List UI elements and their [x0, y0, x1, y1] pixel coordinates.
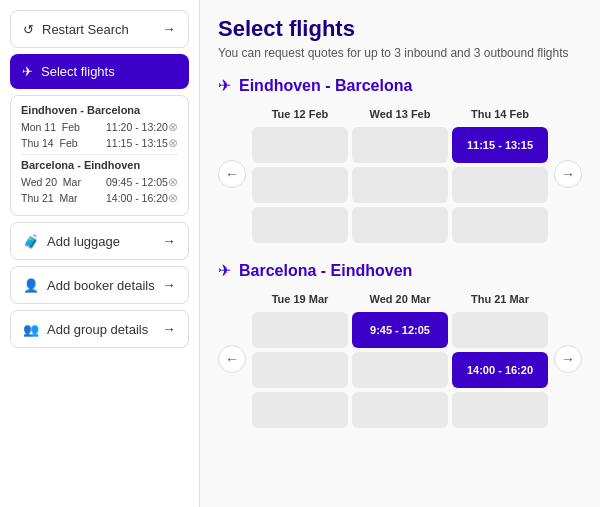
outbound-col-1-header: Tue 12 Feb [252, 105, 348, 123]
inbound-flight-row-1: Wed 20 Mar 09:45 - 12:05 ⊗ [21, 175, 178, 189]
outbound-calendar-wrapper: ← Tue 12 Feb Wed 13 Feb Thu 14 Feb 11:15… [218, 105, 582, 243]
inbound-slot-r3c3[interactable] [452, 392, 548, 428]
outbound-section-title: Eindhoven - Barcelona [239, 77, 412, 95]
outbound-slot-r3c3[interactable] [452, 207, 548, 243]
add-group-button[interactable]: 👥 Add group details → [10, 310, 189, 348]
inbound-slot-r2c2[interactable] [352, 352, 448, 388]
outbound-section: ✈ Eindhoven - Barcelona ← Tue 12 Feb Wed… [218, 76, 582, 243]
inbound-section: ✈ Barcelona - Eindhoven ← Tue 19 Mar Wed… [218, 261, 582, 428]
outbound-slot-r3c1[interactable] [252, 207, 348, 243]
add-booker-button[interactable]: 👤 Add booker details → [10, 266, 189, 304]
inbound-calendar-wrapper: ← Tue 19 Mar Wed 20 Mar Thu 21 Mar 9:45 … [218, 290, 582, 428]
outbound-col-3-header: Thu 14 Feb [452, 105, 548, 123]
group-icon: 👥 [23, 322, 39, 337]
page-subtitle: You can request quotes for up to 3 inbou… [218, 46, 582, 60]
select-flights-button[interactable]: ✈ Select flights [10, 54, 189, 89]
outbound-flight-1-date: Mon 11 Feb [21, 121, 106, 133]
outbound-flight-2-time: 11:15 - 13:15 [106, 137, 168, 149]
outbound-slot-r3c2[interactable] [352, 207, 448, 243]
sidebar: ↺ Restart Search → ✈ Select flights Eind… [0, 0, 200, 507]
remove-inbound-2-icon[interactable]: ⊗ [168, 191, 178, 205]
inbound-col-1-header: Tue 19 Mar [252, 290, 348, 308]
inbound-flight-1-time: 09:45 - 12:05 [106, 176, 168, 188]
inbound-flight-2-time: 14:00 - 16:20 [106, 192, 168, 204]
remove-inbound-1-icon[interactable]: ⊗ [168, 175, 178, 189]
add-luggage-label: Add luggage [47, 234, 120, 249]
inbound-slot-r1c1[interactable] [252, 312, 348, 348]
outbound-flight-1-time: 11:20 - 13:20 [106, 121, 168, 133]
inbound-flight-1-date: Wed 20 Mar [21, 176, 106, 188]
remove-outbound-1-icon[interactable]: ⊗ [168, 120, 178, 134]
outbound-flight-row-2: Thu 14 Feb 11:15 - 13:15 ⊗ [21, 136, 178, 150]
outbound-calendar-grid: Tue 12 Feb Wed 13 Feb Thu 14 Feb 11:15 -… [252, 105, 548, 243]
inbound-route-title: Barcelona - Eindhoven [21, 159, 178, 171]
inbound-col-3-header: Thu 21 Mar [452, 290, 548, 308]
booker-arrow-icon: → [162, 277, 176, 293]
main-content: Select flights You can request quotes fo… [200, 0, 600, 507]
add-luggage-button[interactable]: 🧳 Add luggage → [10, 222, 189, 260]
outbound-slot-r2c1[interactable] [252, 167, 348, 203]
flight-details-divider [21, 154, 178, 155]
add-group-label: Add group details [47, 322, 148, 337]
inbound-slot-r1c2[interactable]: 9:45 - 12:05 [352, 312, 448, 348]
inbound-calendar-grid: Tue 19 Mar Wed 20 Mar Thu 21 Mar 9:45 - … [252, 290, 548, 428]
outbound-prev-button[interactable]: ← [218, 160, 246, 188]
inbound-plane-icon: ✈ [218, 261, 231, 280]
plane-icon: ✈ [22, 64, 33, 79]
inbound-next-button[interactable]: → [554, 345, 582, 373]
restart-search-button[interactable]: ↺ Restart Search → [10, 10, 189, 48]
inbound-section-title: Barcelona - Eindhoven [239, 262, 412, 280]
inbound-slot-r1c3[interactable] [452, 312, 548, 348]
restart-icon: ↺ [23, 22, 34, 37]
restart-arrow-icon: → [162, 21, 176, 37]
inbound-slot-r2c1[interactable] [252, 352, 348, 388]
remove-outbound-2-icon[interactable]: ⊗ [168, 136, 178, 150]
inbound-prev-button[interactable]: ← [218, 345, 246, 373]
flight-details-panel: Eindhoven - Barcelona Mon 11 Feb 11:20 -… [10, 95, 189, 216]
outbound-slot-r1c2[interactable] [352, 127, 448, 163]
restart-label: Restart Search [42, 22, 129, 37]
luggage-icon: 🧳 [23, 234, 39, 249]
add-booker-label: Add booker details [47, 278, 155, 293]
outbound-route-title: Eindhoven - Barcelona [21, 104, 178, 116]
select-flights-label: Select flights [41, 64, 115, 79]
booker-icon: 👤 [23, 278, 39, 293]
luggage-arrow-icon: → [162, 233, 176, 249]
inbound-slot-r3c2[interactable] [352, 392, 448, 428]
outbound-col-2-header: Wed 13 Feb [352, 105, 448, 123]
outbound-plane-icon: ✈ [218, 76, 231, 95]
group-arrow-icon: → [162, 321, 176, 337]
inbound-slot-r2c3[interactable]: 14:00 - 16:20 [452, 352, 548, 388]
outbound-header: ✈ Eindhoven - Barcelona [218, 76, 582, 95]
outbound-flight-row-1: Mon 11 Feb 11:20 - 13:20 ⊗ [21, 120, 178, 134]
inbound-flight-2-date: Thu 21 Mar [21, 192, 106, 204]
inbound-slot-r3c1[interactable] [252, 392, 348, 428]
inbound-col-2-header: Wed 20 Mar [352, 290, 448, 308]
inbound-header: ✈ Barcelona - Eindhoven [218, 261, 582, 280]
outbound-slot-r1c3[interactable]: 11:15 - 13:15 [452, 127, 548, 163]
outbound-slot-r1c1[interactable] [252, 127, 348, 163]
page-title: Select flights [218, 16, 582, 42]
outbound-next-button[interactable]: → [554, 160, 582, 188]
inbound-flight-row-2: Thu 21 Mar 14:00 - 16:20 ⊗ [21, 191, 178, 205]
outbound-slot-r2c2[interactable] [352, 167, 448, 203]
outbound-flight-2-date: Thu 14 Feb [21, 137, 106, 149]
outbound-slot-r2c3[interactable] [452, 167, 548, 203]
